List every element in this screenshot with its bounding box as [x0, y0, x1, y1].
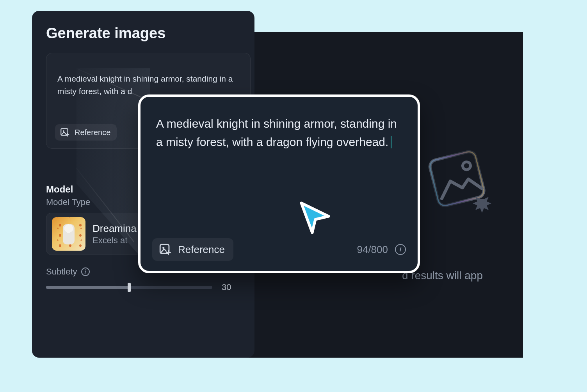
model-name: Dreamina: [92, 223, 137, 235]
subtlety-label: Subtlety: [46, 267, 77, 277]
prompt-text-small: A medieval knight in shining armor, stan…: [57, 73, 239, 97]
slider-fill: [46, 286, 129, 289]
reference-button-small[interactable]: Reference: [55, 124, 117, 141]
reference-button[interactable]: Reference: [152, 238, 233, 261]
prompt-input[interactable]: A medieval knight in shining armor, stan…: [156, 115, 402, 151]
panel-title: Generate images: [46, 25, 240, 42]
image-placeholder-icon: [425, 145, 495, 216]
prompt-callout: A medieval knight in shining armor, stan…: [138, 94, 420, 273]
char-limit: 800: [371, 244, 388, 255]
prompt-text: A medieval knight in shining armor, stan…: [156, 117, 397, 148]
model-description: Excels at: [92, 235, 137, 246]
text-caret: [391, 136, 391, 148]
model-thumbnail: [52, 217, 85, 251]
char-counter: 94/800 i: [357, 244, 406, 256]
char-count: 94: [357, 244, 368, 255]
reference-button-small-label: Reference: [75, 128, 110, 137]
reference-icon: [60, 127, 70, 137]
info-icon[interactable]: i: [395, 244, 406, 255]
subtlety-slider[interactable]: [46, 286, 212, 289]
subtlety-value: 30: [222, 282, 231, 292]
reference-icon: [158, 243, 172, 256]
info-icon[interactable]: i: [81, 267, 90, 276]
slider-thumb[interactable]: [128, 283, 131, 292]
reference-button-label: Reference: [178, 244, 225, 256]
svg-point-2: [462, 161, 471, 171]
